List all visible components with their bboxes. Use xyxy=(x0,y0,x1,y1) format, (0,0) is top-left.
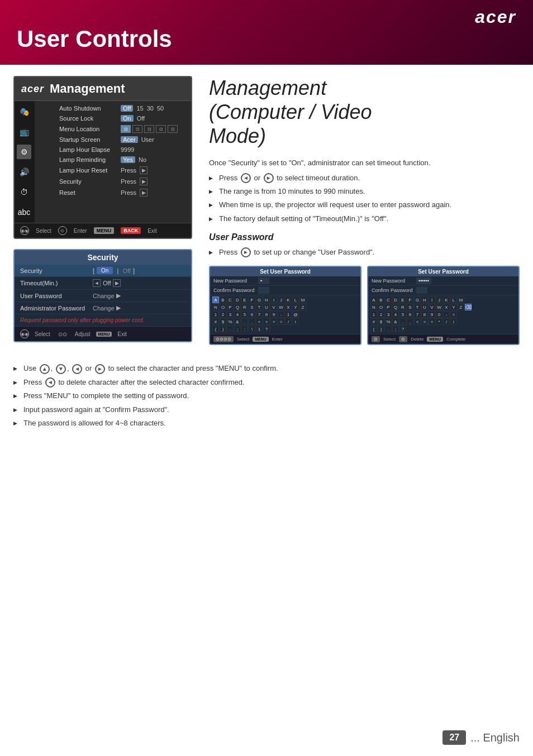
rchar-semi[interactable]: ; xyxy=(392,326,399,332)
char-lt[interactable]: < xyxy=(256,318,263,325)
rchar-J[interactable]: J xyxy=(436,296,442,303)
pwd-left-menu[interactable]: MENU xyxy=(253,337,269,342)
char-M[interactable]: M xyxy=(299,296,306,303)
rchar-Q[interactable]: Q xyxy=(392,304,399,310)
adminpass-change[interactable]: Change ▶ xyxy=(93,304,121,312)
char-2[interactable]: 2 xyxy=(220,311,226,318)
rchar-i[interactable]: i xyxy=(450,318,457,325)
rchar-P[interactable]: P xyxy=(385,304,392,310)
char-C[interactable]: C xyxy=(227,296,234,303)
char-amp[interactable]: & xyxy=(234,318,241,325)
rchar-5[interactable]: 5 xyxy=(399,311,406,318)
char-semi[interactable]: ; xyxy=(234,326,241,332)
char-P[interactable]: P xyxy=(227,304,234,310)
char-slash[interactable]: / xyxy=(285,318,292,325)
sidebar-icon-settings[interactable]: ⚙ xyxy=(17,145,31,159)
rchar-hash[interactable]: # xyxy=(370,318,377,325)
char-O[interactable]: O xyxy=(220,304,226,310)
char-K[interactable]: K xyxy=(285,296,292,303)
rchar-W[interactable]: W xyxy=(436,304,442,310)
sidebar-icon-display[interactable]: 📺 xyxy=(17,125,31,139)
rchar-plus[interactable]: + xyxy=(429,318,435,325)
rchar-B[interactable]: B xyxy=(378,296,384,303)
rchar-lt[interactable]: < xyxy=(414,318,421,325)
timeout-right-arrow[interactable]: ▶ xyxy=(113,279,121,287)
rchar-q[interactable]: ? xyxy=(399,326,406,332)
rchar-del[interactable]: ⌫ xyxy=(465,304,472,310)
char-9[interactable]: 9 xyxy=(270,311,277,318)
rchar-dollar[interactable]: $ xyxy=(378,318,384,325)
rchar-dot[interactable]: . xyxy=(399,318,406,325)
security-on-btn[interactable]: On xyxy=(97,267,113,274)
sidebar-icon-audio[interactable]: 🔊 xyxy=(17,165,31,179)
char-i[interactable]: i xyxy=(292,318,299,325)
rchar-K[interactable]: K xyxy=(443,296,450,303)
pwd-right-menu[interactable]: MENU xyxy=(427,337,443,342)
sidebar-icon-home[interactable]: 🎭 xyxy=(17,104,31,119)
char-5[interactable]: 5 xyxy=(241,311,248,318)
rchar-rp[interactable]: ) xyxy=(378,326,384,332)
rchar-I[interactable]: I xyxy=(429,296,435,303)
menu-btn[interactable]: MENU xyxy=(94,227,115,234)
char-W[interactable]: W xyxy=(278,304,284,310)
userpass-change[interactable]: Change ▶ xyxy=(93,292,121,299)
char-3[interactable]: 3 xyxy=(227,311,234,318)
rchar-V[interactable]: V xyxy=(429,304,435,310)
char-L[interactable]: L xyxy=(292,296,299,303)
rchar-N[interactable]: N xyxy=(370,304,377,310)
char-Z[interactable]: Z xyxy=(299,304,306,310)
rchar-Z[interactable]: Z xyxy=(458,304,464,310)
char-eq[interactable]: = xyxy=(278,318,284,325)
sec-menu-btn[interactable]: MENU xyxy=(96,332,112,337)
rchar-F[interactable]: F xyxy=(407,296,413,303)
rchar-L[interactable]: L xyxy=(450,296,457,303)
rchar-4[interactable]: 4 xyxy=(392,311,399,318)
char-percent[interactable]: % xyxy=(227,318,234,325)
rchar-T[interactable]: T xyxy=(414,304,421,310)
char-U[interactable]: U xyxy=(263,304,270,310)
char-comma[interactable]: , xyxy=(249,318,255,325)
rchar-C[interactable]: C xyxy=(385,296,392,303)
rchar-U[interactable]: U xyxy=(421,304,428,310)
char-num[interactable]: 1 xyxy=(256,326,263,332)
char-plus[interactable]: + xyxy=(270,318,277,325)
rchar-1[interactable]: 1 xyxy=(370,311,377,318)
rchar-O[interactable]: O xyxy=(378,304,384,310)
back-btn[interactable]: BACK xyxy=(121,227,141,234)
char-A[interactable]: A xyxy=(212,296,219,303)
rchar-comma[interactable]: , xyxy=(407,318,413,325)
security-off-btn[interactable]: Off xyxy=(122,267,130,274)
char-V[interactable]: V xyxy=(270,304,277,310)
rchar-star[interactable]: * xyxy=(436,318,442,325)
rchar-E[interactable]: E xyxy=(399,296,406,303)
char-dollar[interactable]: $ xyxy=(220,318,226,325)
char-colon[interactable]: : xyxy=(241,326,248,332)
char-R[interactable]: R xyxy=(241,304,248,310)
rchar-9[interactable]: 9 xyxy=(429,311,435,318)
char-T[interactable]: T xyxy=(256,304,263,310)
char-6[interactable]: 6 xyxy=(249,311,255,318)
rchar-G[interactable]: G xyxy=(414,296,421,303)
sidebar-icon-timer[interactable]: ⏱ xyxy=(17,185,31,199)
rchar-6[interactable]: 6 xyxy=(407,311,413,318)
char-q[interactable]: ? xyxy=(263,326,270,332)
char-lp[interactable]: ( xyxy=(212,326,219,332)
reset-arrow[interactable]: ▶ xyxy=(140,189,147,197)
rchar-A[interactable]: A xyxy=(370,296,377,303)
char-D[interactable]: D xyxy=(234,296,241,303)
rchar-D[interactable]: D xyxy=(392,296,399,303)
char-G[interactable]: G xyxy=(256,296,263,303)
rchar-3[interactable]: 3 xyxy=(385,311,392,318)
rchar-0[interactable]: 0 xyxy=(436,311,442,318)
char-dot[interactable]: . xyxy=(241,318,248,325)
rchar-7[interactable]: 7 xyxy=(414,311,421,318)
lampreset-arrow[interactable]: ▶ xyxy=(140,166,147,174)
char-bk[interactable]: \ xyxy=(249,326,255,332)
rchar-lp[interactable]: ( xyxy=(370,326,377,332)
rchar-eq[interactable]: = xyxy=(450,311,457,318)
char-Y[interactable]: Y xyxy=(292,304,299,310)
char-I[interactable]: I xyxy=(270,296,277,303)
char-gt[interactable]: > xyxy=(263,318,270,325)
rchar-percent[interactable]: % xyxy=(385,318,392,325)
char-S[interactable]: S xyxy=(249,304,255,310)
